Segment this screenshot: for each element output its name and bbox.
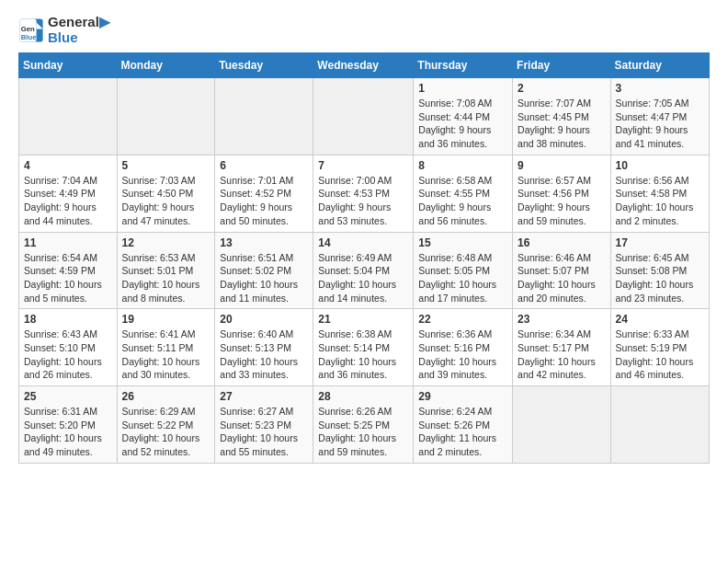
calendar-cell: 10Sunrise: 6:56 AM Sunset: 4:58 PM Dayli… bbox=[610, 155, 709, 232]
calendar-week-4: 18Sunrise: 6:43 AM Sunset: 5:10 PM Dayli… bbox=[19, 309, 710, 386]
calendar-week-2: 4Sunrise: 7:04 AM Sunset: 4:49 PM Daylig… bbox=[19, 155, 710, 232]
calendar-cell bbox=[117, 78, 215, 155]
calendar-header-monday: Monday bbox=[117, 53, 215, 78]
day-info: Sunrise: 6:53 AM Sunset: 5:01 PM Dayligh… bbox=[122, 251, 210, 305]
calendar-cell: 18Sunrise: 6:43 AM Sunset: 5:10 PM Dayli… bbox=[19, 309, 118, 386]
calendar-cell: 11Sunrise: 6:54 AM Sunset: 4:59 PM Dayli… bbox=[19, 232, 118, 309]
calendar-cell: 1Sunrise: 7:08 AM Sunset: 4:44 PM Daylig… bbox=[414, 78, 513, 155]
calendar-week-5: 25Sunrise: 6:31 AM Sunset: 5:20 PM Dayli… bbox=[19, 386, 710, 464]
calendar-cell: 17Sunrise: 6:45 AM Sunset: 5:08 PM Dayli… bbox=[610, 232, 709, 309]
calendar-cell: 7Sunrise: 7:00 AM Sunset: 4:53 PM Daylig… bbox=[313, 155, 414, 232]
day-info: Sunrise: 6:38 AM Sunset: 5:14 PM Dayligh… bbox=[318, 327, 408, 382]
day-info: Sunrise: 7:07 AM Sunset: 4:45 PM Dayligh… bbox=[518, 97, 606, 151]
day-info: Sunrise: 6:40 AM Sunset: 5:13 PM Dayligh… bbox=[220, 327, 308, 382]
calendar-cell: 12Sunrise: 6:53 AM Sunset: 5:01 PM Dayli… bbox=[117, 232, 215, 309]
svg-text:Gen: Gen bbox=[21, 25, 35, 33]
svg-text:Blue: Blue bbox=[21, 32, 37, 40]
day-number: 27 bbox=[220, 390, 308, 403]
calendar-cell: 25Sunrise: 6:31 AM Sunset: 5:20 PM Dayli… bbox=[19, 386, 118, 464]
day-number: 8 bbox=[418, 159, 507, 172]
day-number: 18 bbox=[24, 313, 112, 326]
calendar-cell: 20Sunrise: 6:40 AM Sunset: 5:13 PM Dayli… bbox=[215, 309, 313, 386]
day-info: Sunrise: 6:46 AM Sunset: 5:07 PM Dayligh… bbox=[518, 251, 606, 305]
day-number: 21 bbox=[318, 313, 408, 326]
day-info: Sunrise: 6:24 AM Sunset: 5:26 PM Dayligh… bbox=[418, 405, 507, 459]
calendar-cell: 2Sunrise: 7:07 AM Sunset: 4:45 PM Daylig… bbox=[513, 78, 611, 155]
day-info: Sunrise: 6:56 AM Sunset: 4:58 PM Dayligh… bbox=[616, 174, 704, 228]
calendar-cell: 8Sunrise: 6:58 AM Sunset: 4:55 PM Daylig… bbox=[414, 155, 513, 232]
calendar-cell bbox=[610, 386, 709, 464]
calendar-cell: 22Sunrise: 6:36 AM Sunset: 5:16 PM Dayli… bbox=[414, 309, 513, 386]
logo-text: General▶ Blue bbox=[48, 15, 110, 45]
day-number: 5 bbox=[122, 159, 210, 172]
day-number: 20 bbox=[220, 313, 308, 326]
calendar-header-wednesday: Wednesday bbox=[313, 53, 414, 78]
calendar-cell: 26Sunrise: 6:29 AM Sunset: 5:22 PM Dayli… bbox=[117, 386, 215, 464]
day-info: Sunrise: 7:00 AM Sunset: 4:53 PM Dayligh… bbox=[318, 174, 408, 228]
page-header: Gen Blue General▶ Blue bbox=[18, 15, 710, 45]
day-info: Sunrise: 6:48 AM Sunset: 5:05 PM Dayligh… bbox=[418, 251, 507, 305]
day-number: 16 bbox=[518, 236, 606, 249]
day-number: 3 bbox=[616, 82, 704, 95]
calendar-cell: 16Sunrise: 6:46 AM Sunset: 5:07 PM Dayli… bbox=[513, 232, 611, 309]
calendar-header-sunday: Sunday bbox=[19, 53, 118, 78]
day-info: Sunrise: 7:04 AM Sunset: 4:49 PM Dayligh… bbox=[24, 174, 112, 228]
calendar-cell bbox=[313, 78, 414, 155]
calendar-cell: 4Sunrise: 7:04 AM Sunset: 4:49 PM Daylig… bbox=[19, 155, 118, 232]
calendar-header-tuesday: Tuesday bbox=[215, 53, 313, 78]
calendar-cell: 19Sunrise: 6:41 AM Sunset: 5:11 PM Dayli… bbox=[117, 309, 215, 386]
logo-icon: Gen Blue bbox=[18, 17, 44, 43]
calendar-header-friday: Friday bbox=[513, 53, 611, 78]
day-info: Sunrise: 6:58 AM Sunset: 4:55 PM Dayligh… bbox=[418, 174, 507, 228]
calendar-cell bbox=[19, 78, 118, 155]
calendar-cell: 9Sunrise: 6:57 AM Sunset: 4:56 PM Daylig… bbox=[513, 155, 611, 232]
day-number: 29 bbox=[418, 390, 507, 403]
calendar-cell: 13Sunrise: 6:51 AM Sunset: 5:02 PM Dayli… bbox=[215, 232, 313, 309]
calendar-cell: 6Sunrise: 7:01 AM Sunset: 4:52 PM Daylig… bbox=[215, 155, 313, 232]
day-number: 1 bbox=[418, 82, 507, 95]
day-number: 23 bbox=[518, 313, 606, 326]
day-info: Sunrise: 6:57 AM Sunset: 4:56 PM Dayligh… bbox=[518, 174, 606, 228]
day-info: Sunrise: 6:51 AM Sunset: 5:02 PM Dayligh… bbox=[220, 251, 308, 305]
day-info: Sunrise: 6:43 AM Sunset: 5:10 PM Dayligh… bbox=[24, 327, 112, 382]
day-number: 15 bbox=[418, 236, 507, 249]
calendar-cell bbox=[513, 386, 611, 464]
calendar-header-thursday: Thursday bbox=[414, 53, 513, 78]
day-number: 11 bbox=[24, 236, 112, 249]
day-number: 14 bbox=[318, 236, 408, 249]
calendar-cell: 23Sunrise: 6:34 AM Sunset: 5:17 PM Dayli… bbox=[513, 309, 611, 386]
day-number: 19 bbox=[122, 313, 210, 326]
calendar-cell bbox=[215, 78, 313, 155]
day-info: Sunrise: 7:05 AM Sunset: 4:47 PM Dayligh… bbox=[616, 97, 704, 151]
day-info: Sunrise: 6:27 AM Sunset: 5:23 PM Dayligh… bbox=[220, 405, 308, 459]
calendar-cell: 15Sunrise: 6:48 AM Sunset: 5:05 PM Dayli… bbox=[414, 232, 513, 309]
calendar-week-1: 1Sunrise: 7:08 AM Sunset: 4:44 PM Daylig… bbox=[19, 78, 710, 155]
day-number: 6 bbox=[220, 159, 308, 172]
calendar-cell: 24Sunrise: 6:33 AM Sunset: 5:19 PM Dayli… bbox=[610, 309, 709, 386]
calendar-cell: 21Sunrise: 6:38 AM Sunset: 5:14 PM Dayli… bbox=[313, 309, 414, 386]
day-info: Sunrise: 6:41 AM Sunset: 5:11 PM Dayligh… bbox=[122, 327, 210, 382]
day-number: 7 bbox=[318, 159, 408, 172]
day-info: Sunrise: 6:36 AM Sunset: 5:16 PM Dayligh… bbox=[418, 327, 507, 382]
day-number: 10 bbox=[616, 159, 704, 172]
calendar-cell: 5Sunrise: 7:03 AM Sunset: 4:50 PM Daylig… bbox=[117, 155, 215, 232]
day-number: 25 bbox=[24, 390, 112, 403]
day-number: 26 bbox=[122, 390, 210, 403]
day-info: Sunrise: 6:45 AM Sunset: 5:08 PM Dayligh… bbox=[616, 251, 704, 305]
day-number: 13 bbox=[220, 236, 308, 249]
day-number: 28 bbox=[318, 390, 408, 403]
calendar-week-3: 11Sunrise: 6:54 AM Sunset: 4:59 PM Dayli… bbox=[19, 232, 710, 309]
logo: Gen Blue General▶ Blue bbox=[18, 15, 110, 45]
calendar-cell: 29Sunrise: 6:24 AM Sunset: 5:26 PM Dayli… bbox=[414, 386, 513, 464]
day-number: 17 bbox=[616, 236, 704, 249]
day-info: Sunrise: 6:34 AM Sunset: 5:17 PM Dayligh… bbox=[518, 327, 606, 382]
day-info: Sunrise: 7:08 AM Sunset: 4:44 PM Dayligh… bbox=[418, 97, 507, 151]
calendar-cell: 14Sunrise: 6:49 AM Sunset: 5:04 PM Dayli… bbox=[313, 232, 414, 309]
day-info: Sunrise: 6:33 AM Sunset: 5:19 PM Dayligh… bbox=[616, 327, 704, 382]
day-number: 24 bbox=[616, 313, 704, 326]
calendar-table: SundayMondayTuesdayWednesdayThursdayFrid… bbox=[18, 52, 710, 464]
day-info: Sunrise: 6:54 AM Sunset: 4:59 PM Dayligh… bbox=[24, 251, 112, 305]
calendar-cell: 27Sunrise: 6:27 AM Sunset: 5:23 PM Dayli… bbox=[215, 386, 313, 464]
day-number: 12 bbox=[122, 236, 210, 249]
day-info: Sunrise: 7:01 AM Sunset: 4:52 PM Dayligh… bbox=[220, 174, 308, 228]
